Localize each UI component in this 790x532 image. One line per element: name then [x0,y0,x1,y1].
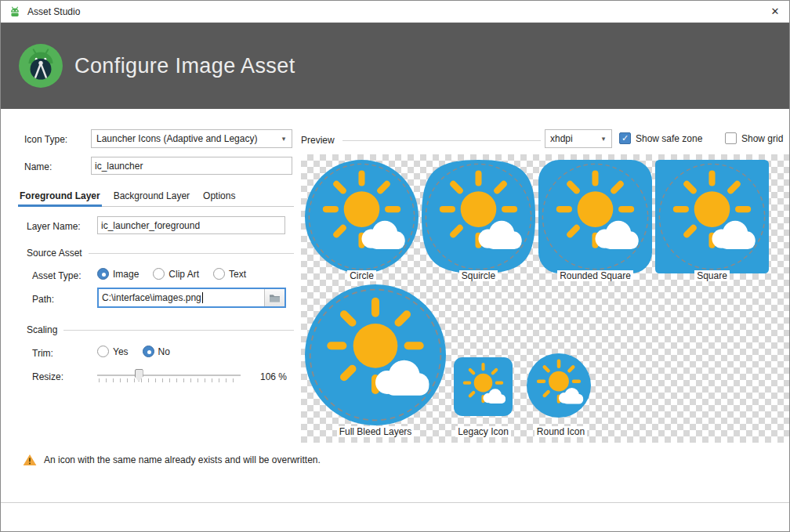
warning-text: An icon with the same name already exist… [44,454,321,465]
radio-clip-art-control [153,268,165,280]
preview-square-icon [655,160,769,273]
slider-ticks [99,378,239,382]
icon-type-label: Icon Type: [24,134,67,145]
scaling-group-label: Scaling [27,324,57,335]
icon-type-value: Launcher Icons (Adaptive and Legacy) [92,133,276,144]
preview-tile-label: Circle [305,270,419,281]
preview-round-icon [527,353,591,418]
radio-text-label: Text [229,269,246,280]
checkbox-box [725,132,737,144]
warning-message: An icon with the same name already exist… [23,454,321,466]
resize-value: 106 % [260,371,287,382]
close-button[interactable]: ✕ [761,1,789,22]
slider-track[interactable] [97,375,241,376]
window-title: Asset Studio [27,6,80,17]
warning-icon [23,454,37,466]
radio-trim-yes[interactable]: Yes [97,346,129,357]
density-dropdown[interactable]: xhdpi ▾ [545,129,612,148]
layer-name-input[interactable] [97,216,285,234]
radio-clip-art-label: Clip Art [169,269,199,280]
preview-tile-label: Squircle [422,270,535,281]
chevron-down-icon: ▾ [276,135,292,143]
titlebar: Asset Studio ✕ [1,1,789,23]
path-input[interactable]: C:\interface\images.png [99,289,264,306]
android-studio-logo-icon [18,43,63,89]
scaling-group: Scaling [27,324,294,335]
preview-legacy-icon [454,357,513,416]
asset-type-radio-group: Image Clip Art Text [97,268,246,280]
browse-button[interactable] [264,289,284,306]
show-safe-zone-checkbox[interactable]: ✓ Show safe zone [619,132,702,144]
radio-image[interactable]: Image [97,268,139,280]
resize-label: Resize: [32,371,63,382]
group-divider [342,140,541,141]
layer-name-label: Layer Name: [27,221,81,232]
asset-type-label: Asset Type: [32,270,81,281]
preview-tile-label: Full Bleed Layers [305,426,446,437]
checkbox-check-icon: ✓ [619,132,631,144]
android-icon [9,5,21,18]
radio-text[interactable]: Text [213,268,246,280]
name-input[interactable] [91,157,292,175]
resize-slider[interactable] [97,367,241,385]
radio-image-label: Image [113,269,139,280]
dialog-header: Configure Image Asset [1,23,789,109]
tab-background-layer[interactable]: Background Layer [112,188,191,207]
preview-circle-icon [305,160,419,273]
page-title: Configure Image Asset [74,54,295,78]
radio-trim-yes-control [97,346,109,357]
radio-text-control [213,268,225,280]
radio-image-control [97,268,109,280]
preview-canvas: Circle Squircle Rounded Square Square Fu… [301,154,790,443]
trim-radio-group: Yes No [97,346,170,357]
preview-header: Preview [301,135,541,146]
trim-label: Trim: [32,348,53,359]
path-value: C:\interface\images.png [102,292,201,303]
path-label: Path: [32,294,54,305]
preview-tile-label: Square [655,270,769,281]
show-grid-label: Show grid [741,133,783,144]
preview-squircle-icon [422,160,535,273]
group-divider [63,330,294,331]
radio-trim-no[interactable]: No [143,346,170,357]
density-value: xhdpi [545,133,596,144]
tab-options[interactable]: Options [201,188,237,207]
preview-label: Preview [301,135,335,146]
preview-tile-label: Rounded Square [538,270,652,281]
radio-trim-yes-label: Yes [113,346,129,357]
folder-icon [269,293,281,302]
source-asset-group: Source Asset [27,248,294,259]
footer: ? Previous Next Cancel Finish [1,502,789,532]
preview-rounded-square-icon [538,160,652,273]
chevron-down-icon: ▾ [596,135,611,143]
radio-clip-art[interactable]: Clip Art [153,268,199,280]
name-label: Name: [24,161,52,172]
preview-full-bleed-icon [305,284,446,425]
radio-trim-no-label: No [158,346,170,357]
asset-studio-dialog: Asset Studio ✕ Configure Image Asset Ico… [0,0,790,532]
show-grid-checkbox[interactable]: Show grid [725,132,783,144]
text-caret [202,292,203,303]
group-divider [89,253,294,254]
layer-tabs: Foreground Layer Background Layer Option… [18,188,294,207]
source-asset-group-label: Source Asset [27,248,82,259]
path-field: C:\interface\images.png [97,288,286,308]
icon-type-dropdown[interactable]: Launcher Icons (Adaptive and Legacy) ▾ [91,129,292,148]
radio-trim-no-control [143,346,154,357]
show-safe-zone-label: Show safe zone [636,133,702,144]
preview-tile-label: Round Icon [504,426,618,437]
tab-foreground-layer[interactable]: Foreground Layer [18,188,102,207]
